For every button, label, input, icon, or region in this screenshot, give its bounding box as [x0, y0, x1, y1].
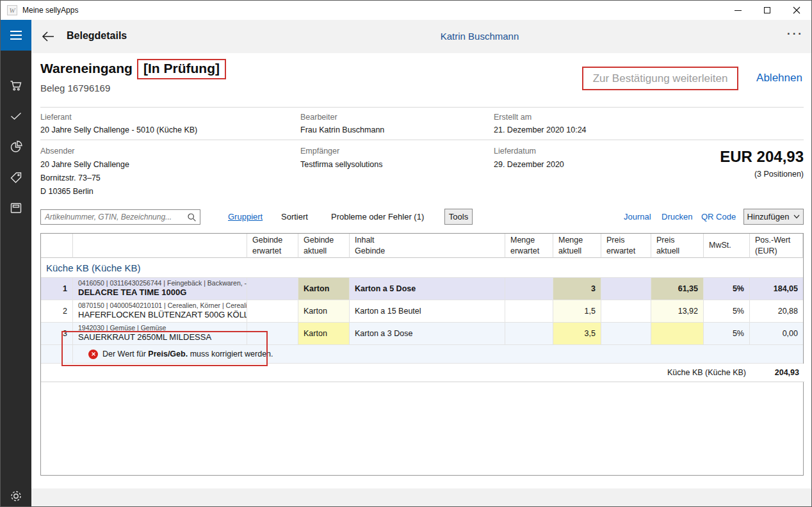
- article-name: SAUERKRAUT 2650ML MILDESSA: [78, 332, 211, 342]
- sidebar-item-offers[interactable]: [1, 166, 31, 189]
- sidebar-item-statistics[interactable]: [1, 135, 31, 158]
- absender-line-2: Bornitzstr. 73–75: [40, 173, 101, 182]
- menge-aktuell-cell[interactable]: 1,5: [553, 300, 601, 323]
- settings-button[interactable]: [1, 485, 31, 507]
- sidebar-item-cart[interactable]: [1, 74, 31, 97]
- app-icon: W: [7, 5, 17, 15]
- mwst-cell: 5%: [704, 278, 750, 300]
- article-cell: 1942030 | Gemüse | Gemüse SAUERKRAUT 265…: [73, 323, 247, 345]
- document-number: Beleg 16796169: [40, 83, 110, 93]
- close-icon: [793, 6, 800, 14]
- table-header-row: Gebindeerwartet Gebindeaktuell InhaltGeb…: [41, 234, 803, 258]
- pos-wert-cell: 20,88: [750, 300, 803, 323]
- validation-error-row: Der Wert für Preis/Geb. muss korrigiert …: [41, 345, 803, 364]
- tag-icon: [8, 170, 24, 185]
- error-message: Der Wert für Preis/Geb. muss korrigiert …: [102, 350, 273, 358]
- absender-line-3: D 10365 Berlin: [40, 187, 93, 196]
- menu-button[interactable]: [1, 20, 31, 51]
- preis-aktuell-cell[interactable]: 13,92: [651, 300, 704, 323]
- minimize-icon: [735, 10, 742, 11]
- menge-aktuell-cell[interactable]: 3: [553, 278, 601, 300]
- gebinde-aktuell-cell[interactable]: Karton: [298, 323, 350, 345]
- drucken-link[interactable]: Drucken: [662, 212, 692, 221]
- col-header-gebinde-erwartet: Gebindeerwartet: [247, 234, 298, 258]
- article-cell: 0416050 | 03116430256744 | Feingebäck | …: [73, 278, 247, 300]
- close-button[interactable]: [782, 1, 811, 20]
- group-total-row: Küche KB (Küche KB) 204,93: [41, 364, 803, 382]
- gebinde-aktuell-cell[interactable]: Karton: [298, 278, 350, 300]
- inhalt-gebinde-cell: Karton a 15 Beutel: [350, 300, 505, 323]
- gebinde-aktuell-cell[interactable]: Karton: [298, 300, 350, 323]
- preis-erwartet-cell: [601, 300, 651, 323]
- lieferant-label: Lieferant: [40, 113, 72, 122]
- preis-erwartet-cell: [601, 323, 651, 345]
- back-button[interactable]: [39, 29, 57, 44]
- lieferant-value: 20 Jahre Selly Challenge - 5010 (Küche K…: [40, 125, 197, 134]
- tools-button[interactable]: Tools: [444, 209, 473, 225]
- total-positions: (3 Positionen): [676, 170, 804, 179]
- back-arrow-icon: [41, 31, 55, 42]
- erstellt-am-value: 21. Dezember 2020 10:24: [494, 125, 587, 134]
- preis-aktuell-cell[interactable]: [651, 323, 704, 345]
- preis-erwartet-cell: [601, 278, 651, 300]
- status-bar: [31, 488, 812, 507]
- search-input[interactable]: [45, 211, 183, 223]
- table-row[interactable]: 2 0870150 | 04000540210101 | Cerealien, …: [41, 300, 803, 323]
- qr-code-link[interactable]: QR Code: [701, 212, 736, 221]
- tab-sortiert[interactable]: Sortiert: [281, 212, 308, 221]
- search-icon: [187, 213, 197, 222]
- hinzufuegen-button[interactable]: Hinzufügen: [743, 209, 804, 225]
- lieferdatum-label: Lieferdatum: [494, 147, 536, 156]
- app-header: Belegdetails Katrin Buschmann ···: [31, 20, 812, 53]
- maximize-button[interactable]: [752, 1, 782, 20]
- col-header-pos-wert: Pos.-Wert(EUR): [750, 234, 803, 258]
- cart-icon: [8, 77, 24, 93]
- erstellt-am-label: Erstellt am: [494, 113, 532, 122]
- table-row[interactable]: 3 1942030 | Gemüse | Gemüse SAUERKRAUT 2…: [41, 323, 803, 345]
- col-header-menge-aktuell: Mengeaktuell: [553, 234, 601, 258]
- row-number: 1: [41, 278, 73, 300]
- page-title: Belegdetails: [67, 30, 127, 42]
- checkmark-icon: [8, 108, 24, 124]
- col-header-mwst: MwSt.: [704, 234, 750, 258]
- sidebar-item-tasks[interactable]: [1, 104, 31, 127]
- preis-aktuell-cell[interactable]: 61,35: [651, 278, 704, 300]
- article-meta: 0870150 | 04000540210101 | Cerealien, Kö…: [78, 302, 247, 310]
- journal-link[interactable]: Journal: [624, 212, 651, 221]
- search-box: [40, 209, 200, 225]
- bearbeiter-label: Bearbeiter: [300, 113, 337, 122]
- menge-erwartet-cell: [505, 278, 553, 300]
- forward-for-confirmation-button[interactable]: Zur Bestätigung weiterleiten: [582, 67, 738, 90]
- pos-wert-cell: 184,05: [750, 278, 803, 300]
- user-name[interactable]: Katrin Buschmann: [409, 31, 550, 42]
- divider: [40, 107, 804, 108]
- sidebar-item-catalog[interactable]: [1, 197, 31, 220]
- positions-table: Gebindeerwartet Gebindeaktuell InhaltGeb…: [40, 233, 804, 476]
- col-header-article: [73, 234, 247, 258]
- col-header-gebinde-aktuell: Gebindeaktuell: [298, 234, 350, 258]
- pos-wert-cell: 0,00: [750, 323, 803, 345]
- tab-probleme-oder-fehler[interactable]: Probleme oder Fehler (1): [331, 212, 424, 221]
- absender-line-1: 20 Jahre Selly Challenge: [40, 160, 129, 169]
- total-amount: EUR 204,93: [612, 148, 804, 166]
- lieferdatum-value: 29. Dezember 2020: [494, 160, 564, 169]
- tab-gruppiert[interactable]: Gruppiert: [228, 212, 263, 221]
- document-type-title: Wareneingang: [40, 61, 133, 76]
- more-options-button[interactable]: ···: [787, 28, 804, 40]
- app-window: W Meine sellyApps: [0, 0, 812, 507]
- gebinde-erwartet-cell: [247, 300, 298, 323]
- sidebar: [1, 20, 31, 507]
- table-row[interactable]: 1 0416050 | 03116430256744 | Feingebäck …: [41, 278, 803, 300]
- gebinde-erwartet-cell: [247, 323, 298, 345]
- article-name: DELACRE TEA TIME 1000G: [78, 287, 186, 298]
- window-title: Meine sellyApps: [22, 6, 78, 15]
- minimize-button[interactable]: [723, 1, 752, 20]
- menge-aktuell-cell[interactable]: 3,5: [553, 323, 601, 345]
- col-header-preis-erwartet: Preiserwartet: [601, 234, 651, 258]
- reject-button[interactable]: Ablehnen: [754, 72, 804, 84]
- article-name: HAFERFLOCKEN BLÜTENZART 500G KÖLLN: [78, 310, 247, 320]
- menge-erwartet-cell: [505, 300, 553, 323]
- row-number: 2: [41, 300, 73, 323]
- empfaenger-value: Testfirma sellysolutions: [300, 160, 383, 169]
- status-badge: [In Prüfung]: [137, 59, 226, 79]
